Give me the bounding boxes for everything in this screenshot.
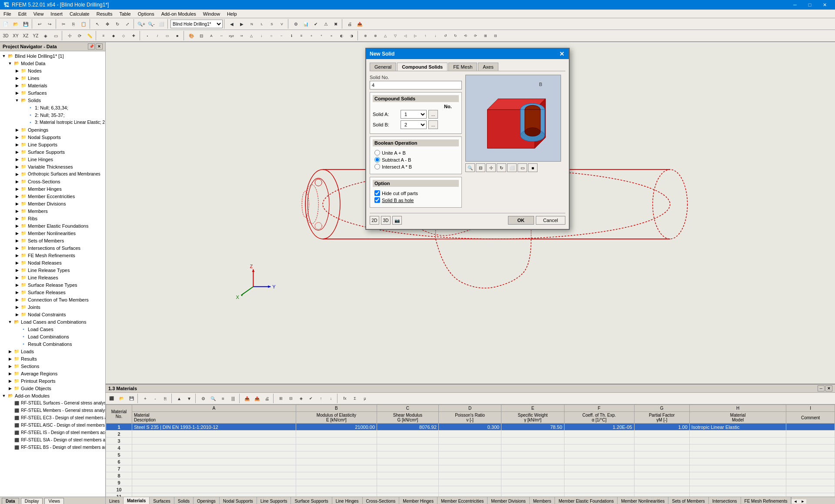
- data-panel-pin[interactable]: ─: [818, 385, 825, 391]
- dt-up[interactable]: ▲: [174, 394, 184, 403]
- tab-line-supports[interactable]: Line Supports: [257, 497, 291, 504]
- tree-conn-two[interactable]: ▶ 📁 Connection of Two Members: [0, 296, 105, 303]
- tb-solid[interactable]: V: [277, 19, 287, 29]
- tb-move[interactable]: ✥: [103, 19, 112, 29]
- tb-orbit[interactable]: ⟳: [75, 31, 84, 40]
- dt-down[interactable]: ▼: [184, 394, 194, 403]
- tree-joints[interactable]: ▶ 📁 Joints: [0, 303, 105, 311]
- tb-more19[interactable]: ⊞: [481, 31, 490, 40]
- tree-surf-release-types[interactable]: ▶ 📁 Surface Release Types: [0, 281, 105, 288]
- dt-save[interactable]: 💾: [127, 394, 136, 403]
- tree-rfsteel-ec3[interactable]: ▶ ⬛ RF-STEEL EC3 - Design of steel membe…: [0, 414, 105, 421]
- tree-ortho[interactable]: ▶ 📁 Orthotropic Surfaces and Membranes: [0, 170, 105, 178]
- expand-lines[interactable]: ▶: [14, 75, 20, 81]
- expand-mdiv[interactable]: ▶: [14, 201, 20, 207]
- tb-perspective[interactable]: ◈: [41, 31, 50, 40]
- tree-rfsteel-is[interactable]: ▶ ⬛ RF-STEEL IS - Design of steel member…: [0, 429, 105, 436]
- tb-more3[interactable]: *: [317, 31, 326, 40]
- tree-line-release-types[interactable]: ▶ 📁 Line Release Types: [0, 266, 105, 274]
- expand-avgr[interactable]: ▶: [7, 371, 13, 377]
- menu-addon[interactable]: Add-on Modules: [158, 10, 200, 17]
- tb-more11[interactable]: ◁: [401, 31, 410, 40]
- tree-materials[interactable]: ▶ 📁 Materials: [0, 82, 105, 89]
- expand-mnl[interactable]: ▶: [14, 230, 20, 236]
- table-row[interactable]: 5: [106, 451, 835, 458]
- tree-member-hinges[interactable]: ▶ 📁 Member Hinges: [0, 185, 105, 192]
- tb-more7[interactable]: ⊕: [361, 31, 370, 40]
- tb-more12[interactable]: ▷: [411, 31, 420, 40]
- tb-more6[interactable]: ◑: [347, 31, 356, 40]
- tb-select[interactable]: ↖: [93, 19, 102, 29]
- tb-more1[interactable]: ≡: [297, 31, 306, 40]
- expand-sections[interactable]: ▶: [7, 363, 13, 369]
- dt-more5[interactable]: ↑: [316, 394, 326, 403]
- dt-more3[interactable]: ◈: [296, 394, 306, 403]
- tree-line-hinges[interactable]: ▶ 📁 Line Hinges: [0, 156, 105, 163]
- dt-stat2[interactable]: Σ: [350, 394, 360, 403]
- tb-scale[interactable]: ⤢: [123, 19, 132, 29]
- model-dropdown[interactable]: Blind Hole Drilling1*: [170, 20, 223, 28]
- expand-nodalsup[interactable]: ▶: [14, 134, 20, 140]
- tb-mass[interactable]: ○: [267, 31, 276, 40]
- table-row[interactable]: 3: [106, 438, 835, 444]
- expand-mhinge[interactable]: ▶: [14, 186, 20, 192]
- tb-dyn[interactable]: ~: [277, 31, 286, 40]
- expand-mef[interactable]: ▶: [14, 223, 20, 229]
- tree-nodal-releases[interactable]: ▶ 📁 Nodal Releases: [0, 259, 105, 266]
- tree-results[interactable]: ▶ 📁 Results: [0, 355, 105, 362]
- tree-cross-sections[interactable]: ▶ 📁 Cross-Sections: [0, 178, 105, 185]
- tree-root[interactable]: ▼ 📂 Blind Hole Drilling1* [1]: [0, 52, 105, 60]
- tb-dims[interactable]: ↔: [217, 31, 226, 40]
- tb-zoom-all[interactable]: ⬜: [157, 19, 166, 29]
- tb-save[interactable]: 💾: [21, 19, 30, 29]
- table-row[interactable]: 4: [106, 444, 835, 451]
- tb-more20[interactable]: ⊟: [491, 31, 500, 40]
- tree-model-data[interactable]: ▼ 📂 Model Data: [0, 60, 105, 67]
- tb-check[interactable]: ✔: [311, 19, 321, 29]
- tb-more17[interactable]: ⟲: [461, 31, 470, 40]
- tb-view-xz[interactable]: XZ: [21, 31, 30, 40]
- tb-more4[interactable]: ×: [327, 31, 336, 40]
- menu-insert[interactable]: Insert: [47, 10, 66, 17]
- tab-members[interactable]: Members: [530, 497, 555, 504]
- tab-lines[interactable]: Lines: [106, 497, 124, 504]
- tb-undo[interactable]: ↩: [35, 19, 44, 29]
- tb-zoom-out[interactable]: 🔍-: [147, 19, 156, 29]
- tb-cut[interactable]: ✂: [59, 19, 68, 29]
- expand-varthick[interactable]: ▶: [14, 164, 20, 170]
- tree-intersections[interactable]: ▶ 📁 Intersections of Surfaces: [0, 244, 105, 252]
- tree-openings[interactable]: ▶ 📁 Openings: [0, 126, 105, 133]
- tree-expand[interactable]: ▼: [1, 53, 7, 59]
- tb-redo[interactable]: ↪: [45, 19, 54, 29]
- tab-nodal-supports[interactable]: Nodal Supports: [220, 497, 257, 504]
- tb-more16[interactable]: ↻: [451, 31, 460, 40]
- tree-solid-2[interactable]: ▶ ▪ 2: Null; 35-37;: [0, 111, 105, 119]
- tb-export[interactable]: 📤: [355, 19, 364, 29]
- tb-calc[interactable]: ⚙: [291, 19, 301, 29]
- expand-sm[interactable]: ▶: [14, 238, 20, 244]
- tb-loads-btn[interactable]: ↓: [257, 31, 266, 40]
- tb-zoom-in[interactable]: 🔍+: [137, 19, 146, 29]
- dt-stat3[interactable]: μ: [360, 394, 370, 403]
- expand-loads[interactable]: ▶: [7, 348, 13, 355]
- tb-local-axes[interactable]: xyz: [227, 31, 236, 40]
- table-row[interactable]: 9: [106, 479, 835, 486]
- tb-node[interactable]: N: [247, 19, 257, 29]
- dt-filter[interactable]: ⚙: [198, 394, 208, 403]
- expand-members[interactable]: ▶: [14, 208, 20, 214]
- tb-dof[interactable]: △: [247, 31, 256, 40]
- tab-line-hinges[interactable]: Line Hinges: [332, 497, 363, 504]
- nav-tab-display[interactable]: Display: [21, 498, 43, 504]
- tb-show-surf[interactable]: ▭: [163, 31, 172, 40]
- tree-lines[interactable]: ▶ 📁 Lines: [0, 74, 105, 82]
- expand-conn2[interactable]: ▶: [14, 297, 20, 303]
- dt-search[interactable]: 🔍: [208, 394, 218, 403]
- maximize-btn[interactable]: □: [803, 0, 817, 10]
- expand-lhinge[interactable]: ▶: [14, 156, 20, 162]
- tree-ribs[interactable]: ▶ 📁 Ribs: [0, 215, 105, 222]
- tab-member-div[interactable]: Member Divisions: [488, 497, 529, 504]
- tree-rfsteel-surf[interactable]: ▶ ⬛ RF-STEEL Surfaces - General stress a…: [0, 399, 105, 407]
- tree-rfsteel-bs[interactable]: ▶ ⬛ RF-STEEL BS - Design of steel member…: [0, 444, 105, 451]
- tree-guide-obj[interactable]: ▶ 📁 Guide Objects: [0, 385, 105, 392]
- tree-nodal-supports[interactable]: ▶ 📁 Nodal Supports: [0, 133, 105, 141]
